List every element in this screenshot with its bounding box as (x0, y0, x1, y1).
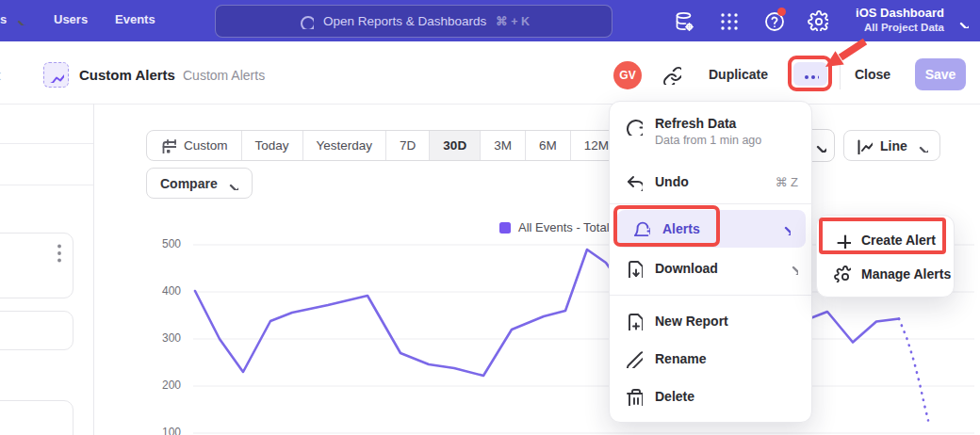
alert-card[interactable] (0, 233, 74, 298)
range-30d-selected[interactable]: 30D (430, 131, 481, 160)
undo-shortcut: ⌘ Z (775, 175, 798, 189)
left-panel-divider (93, 104, 94, 435)
chart-legend: All Events - Total (499, 220, 610, 234)
app-window: 500400300200100 All Events - Total s Use… (0, 0, 980, 435)
range-6m[interactable]: 6M (526, 131, 571, 160)
card-kebab-menu-icon[interactable] (48, 242, 61, 266)
header-divider (0, 104, 980, 105)
menu-separator (610, 295, 813, 296)
more-options-menu: Refresh Data Data from 1 min ago Undo ⌘ … (609, 101, 812, 423)
menu-item-refresh-data[interactable]: Refresh Data Data from 1 min ago (610, 109, 813, 154)
y-axis-labels: 500400300200100 (139, 0, 181, 435)
delete-label: Delete (655, 389, 694, 404)
menu-item-rename[interactable]: Rename (610, 341, 813, 377)
menu-item-delete[interactable]: Delete (610, 379, 813, 414)
search-shortcut: ⌘ + K (496, 14, 530, 28)
line-chart-icon (856, 137, 873, 154)
y-tick-label: 300 (139, 331, 181, 345)
refresh-data-label: Refresh Data (655, 116, 761, 131)
chevron-down-icon (915, 139, 928, 153)
legend-swatch[interactable] (499, 222, 511, 234)
close-button[interactable]: Close (855, 67, 890, 82)
submenu-item-create-alert[interactable]: Create Alert (825, 225, 948, 255)
ellipsis-icon (802, 66, 819, 83)
project-subtitle: All Project Data (856, 21, 944, 34)
y-tick-label: 100 (139, 426, 181, 435)
apps-grid-icon[interactable] (718, 10, 739, 31)
nav-item-boards-cut[interactable]: s (0, 12, 25, 26)
chevron-right-icon (777, 222, 791, 235)
alert-card[interactable] (0, 311, 74, 350)
menu-item-download[interactable]: Download (610, 250, 813, 287)
save-button[interactable]: Save (915, 58, 966, 90)
y-tick-label: 400 (139, 284, 181, 298)
breadcrumb[interactable]: Custom Alerts (183, 68, 265, 83)
nav-item-boards-label: s (0, 12, 7, 26)
chart-type-label: Line (880, 138, 907, 153)
chevron-right-icon (785, 262, 798, 275)
more-options-button[interactable] (793, 62, 827, 86)
chart-type-button[interactable]: Line (843, 130, 940, 161)
avatar[interactable]: GV (613, 61, 642, 89)
data-management-icon[interactable] (673, 10, 694, 31)
range-custom-label: Custom (184, 138, 228, 153)
pencil-icon (625, 350, 643, 368)
refresh-data-sublabel: Data from 1 min ago (655, 134, 761, 147)
undo-label: Undo (655, 174, 689, 189)
range-custom[interactable]: Custom (147, 131, 242, 160)
download-label: Download (655, 261, 718, 276)
bell-plus-icon (632, 220, 650, 238)
menu-item-new-report[interactable]: New Report (610, 303, 813, 339)
calendar-icon (160, 137, 176, 153)
alerts-submenu: Create Alert Manage Alerts (816, 215, 955, 298)
compare-button[interactable]: Compare (146, 168, 253, 199)
search-placeholder: Open Reports & Dashboards (323, 14, 486, 28)
gear-icon (834, 266, 851, 282)
menu-separator (610, 203, 813, 204)
chevron-down-icon (956, 15, 969, 28)
rename-label: Rename (655, 351, 706, 366)
mini-chart-icon (48, 67, 64, 83)
date-range-control: Custom Today Yesterday 7D 30D 3M 6M 12M (146, 130, 623, 161)
file-plus-icon (625, 313, 643, 330)
range-3m[interactable]: 3M (481, 131, 526, 160)
compare-label: Compare (160, 176, 218, 191)
refresh-icon (625, 118, 643, 136)
y-tick-label: 200 (139, 379, 181, 392)
manage-alerts-label: Manage Alerts (861, 266, 951, 282)
nav-item-events[interactable]: Events (115, 12, 155, 26)
chevron-down-icon (812, 138, 826, 153)
chevron-down-icon (225, 177, 238, 190)
file-download-icon (625, 260, 643, 278)
create-alert-label: Create Alert (861, 233, 936, 248)
nav-item-users[interactable]: Users (54, 12, 88, 26)
menu-item-undo[interactable]: Undo ⌘ Z (610, 164, 813, 200)
page-title: Custom Alerts (79, 67, 175, 83)
chevron-down-icon (13, 13, 25, 25)
legend-label: All Events - Total (518, 220, 610, 234)
trash-icon (625, 388, 643, 406)
help-notification-badge (777, 8, 786, 16)
project-title: iOS Dashboard (856, 5, 944, 21)
header-vertical-divider (840, 60, 841, 89)
range-yesterday[interactable]: Yesterday (303, 131, 387, 160)
left-panel-row-divider (0, 143, 93, 144)
series-line-projected[interactable] (899, 319, 928, 421)
duplicate-button[interactable]: Duplicate (709, 67, 768, 82)
back-chevron-cut[interactable]: ‹ (0, 64, 2, 86)
report-type-icon[interactable] (43, 62, 69, 88)
project-selector[interactable]: iOS Dashboard All Project Data (856, 5, 944, 34)
copy-link-icon[interactable] (662, 66, 681, 85)
left-panel-row-divider (0, 185, 93, 185)
settings-gear-icon[interactable] (808, 10, 828, 31)
new-report-label: New Report (655, 314, 728, 329)
y-tick-label: 500 (139, 237, 181, 250)
submenu-item-manage-alerts[interactable]: Manage Alerts (825, 259, 948, 289)
alerts-label: Alerts (662, 221, 700, 236)
global-search[interactable]: Open Reports & Dashboards ⌘ + K (215, 5, 612, 38)
alert-card[interactable] (0, 400, 74, 435)
plus-icon (834, 232, 851, 249)
menu-item-alerts[interactable]: Alerts (617, 210, 806, 248)
range-today[interactable]: Today (242, 131, 303, 160)
range-7d[interactable]: 7D (386, 131, 430, 160)
